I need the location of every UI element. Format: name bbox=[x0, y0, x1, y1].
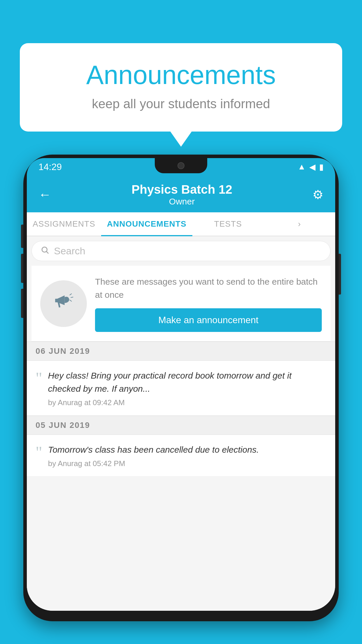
tab-assignments[interactable]: ASSIGNMENTS bbox=[27, 212, 101, 236]
announcement-text-1: Hey class! Bring your practical record b… bbox=[48, 369, 326, 395]
app-screen: ← Physics Batch 12 Owner ⚙ ASSIGNMENTS A… bbox=[27, 176, 335, 611]
quote-icon-1: " bbox=[36, 370, 42, 386]
quote-icon-2: " bbox=[36, 444, 42, 461]
announcement-text-area-2: Tomorrow's class has been cancelled due … bbox=[48, 443, 326, 468]
phone-side-button-vol-up bbox=[21, 254, 23, 283]
phone-wrapper: 14:29 ▲ ◀ ▮ ← Physics Batch 12 Owner ⚙ bbox=[23, 155, 339, 644]
tabs-bar: ASSIGNMENTS ANNOUNCEMENTS TESTS › bbox=[27, 212, 335, 236]
announcement-text-2: Tomorrow's class has been cancelled due … bbox=[48, 443, 326, 456]
app-header: ← Physics Batch 12 Owner ⚙ bbox=[27, 176, 335, 212]
front-camera bbox=[178, 162, 184, 169]
status-time: 14:29 bbox=[38, 162, 62, 172]
signal-icon: ◀ bbox=[309, 162, 316, 172]
megaphone-icon bbox=[53, 291, 74, 316]
header-title-area: Physics Batch 12 Owner bbox=[51, 183, 312, 206]
speech-bubble-area: Announcements keep all your students inf… bbox=[20, 43, 342, 132]
tab-more[interactable]: › bbox=[264, 212, 335, 236]
promo-description: These are messages you want to send to t… bbox=[95, 275, 322, 301]
svg-line-4 bbox=[71, 297, 73, 297]
make-announcement-button[interactable]: Make an announcement bbox=[95, 308, 322, 332]
promo-card: These are messages you want to send to t… bbox=[31, 266, 331, 342]
phone-side-button-right bbox=[339, 254, 341, 295]
tab-tests[interactable]: TESTS bbox=[192, 212, 264, 236]
bubble-subtitle: keep all your students informed bbox=[43, 97, 319, 111]
phone-frame: 14:29 ▲ ◀ ▮ ← Physics Batch 12 Owner ⚙ bbox=[23, 155, 339, 621]
promo-right: These are messages you want to send to t… bbox=[95, 275, 322, 332]
settings-icon[interactable]: ⚙ bbox=[312, 188, 324, 202]
announcement-item-1[interactable]: " Hey class! Bring your practical record… bbox=[27, 361, 335, 416]
speech-bubble: Announcements keep all your students inf… bbox=[20, 43, 342, 132]
search-placeholder: Search bbox=[54, 245, 85, 257]
promo-icon-circle bbox=[40, 280, 87, 327]
phone-notch bbox=[155, 158, 207, 173]
role-label: Owner bbox=[51, 197, 312, 206]
date-separator-2: 05 JUN 2019 bbox=[27, 416, 335, 435]
wifi-icon: ▲ bbox=[298, 162, 306, 172]
announcement-text-area-1: Hey class! Bring your practical record b… bbox=[48, 369, 326, 407]
announcement-meta-2: by Anurag at 05:42 PM bbox=[48, 459, 326, 468]
search-icon bbox=[41, 245, 49, 257]
tab-announcements[interactable]: ANNOUNCEMENTS bbox=[101, 212, 192, 236]
announcement-item-2[interactable]: " Tomorrow's class has been cancelled du… bbox=[27, 435, 335, 477]
phone-side-button-power bbox=[21, 225, 23, 248]
phone-side-button-vol-down bbox=[21, 289, 23, 318]
screen-content: Search bbox=[27, 236, 335, 611]
search-bar[interactable]: Search bbox=[31, 241, 331, 261]
announcement-meta-1: by Anurag at 09:42 AM bbox=[48, 398, 326, 407]
svg-rect-2 bbox=[55, 299, 58, 302]
svg-line-5 bbox=[70, 300, 72, 301]
svg-line-1 bbox=[47, 252, 48, 253]
svg-line-3 bbox=[70, 294, 72, 295]
date-separator-1: 06 JUN 2019 bbox=[27, 342, 335, 361]
battery-icon: ▮ bbox=[319, 162, 324, 172]
bubble-title: Announcements bbox=[43, 61, 319, 90]
status-icons: ▲ ◀ ▮ bbox=[298, 162, 324, 172]
back-button[interactable]: ← bbox=[38, 187, 51, 202]
batch-name-label: Physics Batch 12 bbox=[51, 183, 312, 197]
